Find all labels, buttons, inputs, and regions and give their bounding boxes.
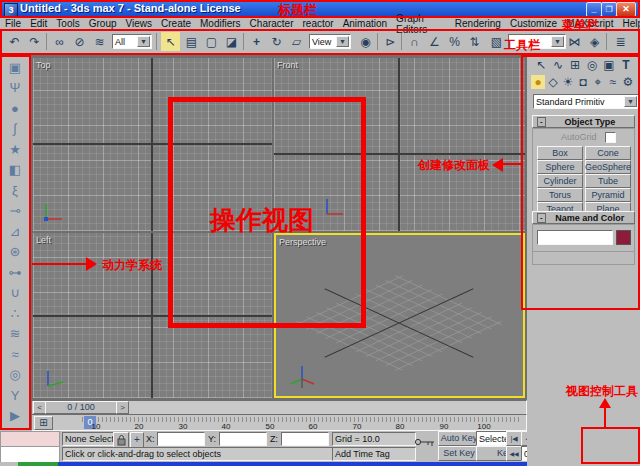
add-time-tag[interactable]: Add Time Tag (332, 447, 416, 461)
rope-collection-icon[interactable]: ∫ (5, 119, 25, 137)
percent-snap-icon[interactable]: % (445, 32, 464, 51)
time-slider-next-arrow[interactable]: > (116, 401, 129, 414)
selection-region-icon[interactable]: ▢ (202, 32, 221, 51)
key-mode-toggle-icon[interactable]: ◀◀ (506, 446, 522, 461)
water-icon[interactable]: ≋ (5, 324, 25, 342)
menu-create[interactable]: Create (160, 18, 192, 29)
geosphere-button[interactable]: GeoSphere (585, 160, 631, 174)
torus-button[interactable]: Torus (537, 188, 583, 202)
selection-lock-icon[interactable] (113, 432, 129, 448)
mini-curve-editor-icon[interactable]: ⊞ (34, 416, 53, 430)
subcategory-dropdown[interactable]: Standard Primitiv ▼ (533, 94, 639, 109)
undo-icon[interactable]: ↶ (5, 32, 24, 51)
minimize-button[interactable]: _ (586, 2, 602, 17)
chevron-down-icon[interactable]: ▼ (137, 36, 150, 47)
toy-car-icon[interactable]: ∪ (5, 283, 25, 301)
selection-filter-dropdown[interactable]: All ▼ (112, 34, 152, 49)
collapse-icon[interactable]: - (537, 117, 546, 127)
set-key-button[interactable]: Set Key (438, 446, 480, 461)
category-lights-icon[interactable]: ☀ (561, 75, 575, 89)
select-object-icon[interactable]: ↖ (161, 32, 180, 51)
menu-animation[interactable]: Animation (342, 18, 388, 29)
menu-edit[interactable]: Edit (29, 18, 48, 29)
menu-file[interactable]: File (4, 18, 22, 29)
menu-help[interactable]: Help (621, 18, 640, 29)
tab-display-icon[interactable]: ▣ (601, 58, 617, 72)
select-and-scale-icon[interactable]: ▱ (287, 32, 306, 51)
angular-dashpot-icon[interactable]: ⊿ (5, 222, 25, 240)
layer-manager-icon[interactable]: ≣ (611, 32, 630, 51)
x-coordinate-field[interactable] (157, 432, 205, 446)
menu-reactor[interactable]: reactor (302, 18, 335, 29)
time-slider-handle[interactable]: 0 / 100 (45, 401, 117, 414)
absolute-offset-toggle[interactable]: + (130, 432, 144, 448)
menu-character[interactable]: Character (249, 18, 295, 29)
tab-utilities-icon[interactable]: T (618, 58, 634, 72)
viewport-left-label[interactable]: Left (36, 235, 51, 245)
box-button[interactable]: Box (537, 146, 583, 160)
bind-to-space-warp-icon[interactable]: ≋ (90, 32, 109, 51)
menu-customize[interactable]: Customize (509, 18, 558, 29)
unlink-selection-icon[interactable]: ⊘ (70, 32, 89, 51)
redo-icon[interactable]: ↷ (25, 32, 44, 51)
deforming-mesh-collection-icon[interactable]: ★ (5, 140, 25, 158)
auto-key-button[interactable]: Auto Key (438, 431, 480, 446)
angle-snap-icon[interactable]: ∠ (425, 32, 444, 51)
spring-icon[interactable]: ξ (5, 181, 25, 199)
mirror-icon[interactable]: ⋈ (565, 32, 584, 51)
tab-motion-icon[interactable]: ◎ (584, 58, 600, 72)
pyramid-button[interactable]: Pyramid (585, 188, 631, 202)
autogrid-checkbox[interactable] (605, 132, 616, 143)
track-bar[interactable]: ⊞ 0 10 20 30 40 50 60 70 80 90 100 (31, 414, 527, 431)
menu-tools[interactable]: Tools (55, 18, 80, 29)
name-color-rollout-header[interactable]: - Name and Color (532, 211, 635, 224)
collapse-icon[interactable]: - (537, 213, 546, 223)
viewport-top-label[interactable]: Top (36, 60, 51, 70)
reactor-plane-icon[interactable]: ◧ (5, 160, 25, 178)
chevron-down-icon[interactable]: ▼ (551, 36, 564, 47)
select-and-move-icon[interactable]: + (247, 32, 266, 51)
tab-create-icon[interactable]: ↖ (533, 58, 549, 72)
category-cameras-icon[interactable]: ◘ (576, 75, 590, 89)
spinner-snap-icon[interactable]: ⇅ (465, 32, 484, 51)
fracture-icon[interactable]: ∴ (5, 304, 25, 322)
y-coordinate-field[interactable] (219, 432, 267, 446)
ragdoll-icon[interactable]: Y (5, 386, 25, 404)
menu-modifiers[interactable]: Modifiers (199, 18, 242, 29)
time-slider-track[interactable]: < 0 / 100 > (31, 400, 527, 415)
close-button[interactable]: ✕ (616, 2, 636, 17)
viewport-perspective-label[interactable]: Perspective (279, 237, 326, 247)
menu-group[interactable]: Group (88, 18, 118, 29)
category-systems-icon[interactable]: ⚙ (621, 75, 635, 89)
title-bar[interactable]: 3 Untitled - 3ds max 7 - Stand-alone Lic… (0, 0, 640, 18)
motor-icon[interactable]: ◎ (5, 365, 25, 383)
z-coordinate-field[interactable] (281, 432, 329, 446)
tab-modify-icon[interactable]: ∿ (550, 58, 566, 72)
wind-icon[interactable]: ≈ (5, 345, 25, 363)
window-crossing-icon[interactable]: ◪ (222, 32, 241, 51)
use-center-icon[interactable]: ◉ (356, 32, 375, 51)
point-point-constraint-icon[interactable]: ⊶ (5, 263, 25, 281)
object-name-field[interactable] (537, 230, 613, 245)
keyboard-shortcut-override-icon[interactable] (414, 436, 436, 448)
restore-button[interactable]: ❐ (601, 2, 617, 17)
preview-animation-icon[interactable]: ▶ (5, 406, 25, 424)
cloth-collection-icon[interactable]: Ψ (5, 78, 25, 96)
snaps-toggle-icon[interactable]: ∩ (405, 32, 424, 51)
category-shapes-icon[interactable]: ◇ (546, 75, 560, 89)
viewport-perspective[interactable]: Perspective (274, 233, 525, 398)
rigid-body-collection-icon[interactable]: ▣ (5, 58, 25, 76)
select-and-link-icon[interactable]: ∞ (50, 32, 69, 51)
select-and-manipulate-icon[interactable]: ⊳ (381, 32, 400, 51)
object-type-rollout-header[interactable]: - Object Type (532, 115, 635, 128)
align-icon[interactable]: ◈ (585, 32, 604, 51)
constraint-solver-icon[interactable]: ⊛ (5, 242, 25, 260)
chevron-down-icon[interactable]: ▼ (336, 36, 349, 47)
object-color-swatch[interactable] (616, 230, 631, 245)
category-space-warps-icon[interactable]: ≈ (606, 75, 620, 89)
category-helpers-icon[interactable]: ⌖ (591, 75, 605, 89)
cylinder-button[interactable]: Cylinder (537, 174, 583, 188)
menu-views[interactable]: Views (125, 18, 154, 29)
cone-button[interactable]: Cone (585, 146, 631, 160)
menu-rendering[interactable]: Rendering (454, 18, 502, 29)
